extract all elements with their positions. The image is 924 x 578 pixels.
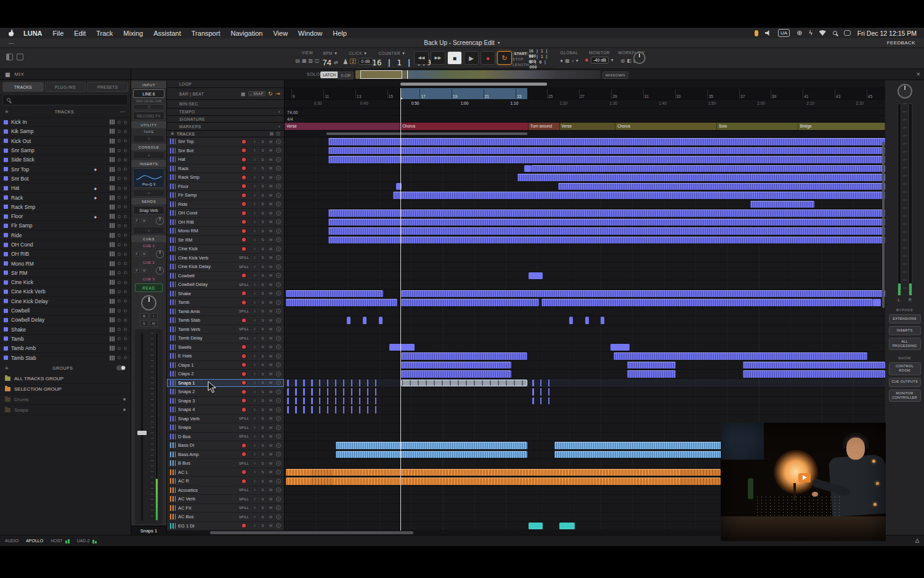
input-button[interactable]: I: [150, 313, 158, 319]
length-label[interactable]: LENGTH: [513, 63, 530, 67]
monitor-icon[interactable]: [276, 487, 281, 492]
sidebar-track-item[interactable]: Kick Out: [0, 137, 131, 146]
ua-badge-icon[interactable]: UA: [778, 29, 790, 37]
audio-clip[interactable]: [336, 442, 527, 449]
i-button[interactable]: I: [252, 274, 257, 277]
timeline-track-header[interactable]: Cowbell DelaySPILLISM: [167, 280, 285, 290]
audio-clip[interactable]: [286, 478, 721, 485]
sidebar-track-item[interactable]: Snr Bot: [0, 174, 131, 184]
selected-audio-clip[interactable]: [401, 380, 527, 387]
m-button[interactable]: M: [268, 247, 274, 251]
i-button[interactable]: I: [252, 202, 257, 206]
record-arm-button[interactable]: [242, 452, 246, 456]
timeline-track-lane[interactable]: [285, 379, 885, 388]
apple-logo[interactable]: [7, 29, 15, 37]
timeline-track-lane[interactable]: [285, 352, 885, 361]
i-button[interactable]: I: [252, 238, 257, 242]
audio-clip[interactable]: [287, 388, 383, 396]
timeline-track-header[interactable]: Snap VerbSPILLISM: [167, 415, 285, 424]
timeline-track-header[interactable]: Snaps 1ISM: [167, 379, 285, 388]
grid-icon[interactable]: ▦: [241, 91, 246, 97]
timeline-track-header[interactable]: Snr BotISM: [167, 147, 285, 156]
audio-clip[interactable]: [336, 451, 527, 458]
timeline-track-header[interactable]: Bass AmpISM: [167, 450, 285, 460]
s-button[interactable]: S: [260, 247, 265, 251]
sidebar-group-item[interactable]: Drums: [0, 394, 131, 405]
audio-clip[interactable]: [517, 174, 885, 181]
all-processing-button[interactable]: ALL PROCESSING: [889, 338, 921, 350]
automation-read-button[interactable]: READ: [135, 283, 163, 292]
rewind-button[interactable]: ◀◀: [414, 51, 429, 65]
i-button[interactable]: I: [252, 462, 257, 465]
sidebar-group-item[interactable]: Snaps: [0, 405, 131, 415]
feedback-link[interactable]: FEEDBACK: [887, 40, 915, 46]
s-button[interactable]: S: [260, 354, 265, 358]
monitor-icon[interactable]: [276, 139, 281, 144]
menu-assistant[interactable]: Assistant: [153, 30, 181, 37]
timeline-track-header[interactable]: D BusSPILLISM: [167, 433, 285, 442]
start-label[interactable]: START: [513, 52, 529, 55]
auto-scroll-icon[interactable]: ⇥: [275, 91, 280, 97]
audio-clip[interactable]: [401, 290, 885, 298]
battery-icon[interactable]: ϟ: [809, 30, 812, 36]
m-button[interactable]: M: [268, 399, 274, 402]
overview-minimap[interactable]: [355, 70, 601, 79]
add-track-button[interactable]: +: [5, 108, 9, 115]
xor-button[interactable]: X-OR: [338, 71, 354, 79]
spill-button[interactable]: SPILL: [239, 283, 249, 287]
audio-clip[interactable]: [529, 523, 543, 530]
wifi-icon[interactable]: [819, 30, 826, 36]
audio-clip[interactable]: [328, 237, 885, 244]
fader-handle[interactable]: [137, 431, 147, 435]
monitor-icon[interactable]: [276, 211, 281, 216]
record-arm-button[interactable]: [242, 149, 246, 152]
audio-clip[interactable]: [569, 317, 573, 324]
timeline-track-lane[interactable]: [285, 263, 885, 272]
m-button[interactable]: M: [268, 354, 274, 358]
monitor-knob[interactable]: [898, 84, 912, 99]
view-grid-icon[interactable]: ▦: [302, 58, 307, 63]
monitor-icon[interactable]: [276, 237, 281, 242]
groups-toggle[interactable]: [116, 365, 126, 370]
m-button[interactable]: M: [268, 327, 274, 331]
global-grid-icon[interactable]: ▦: [565, 58, 570, 63]
timeline-track-lane[interactable]: [285, 227, 885, 236]
audio-clip[interactable]: [347, 317, 351, 324]
timeline-track-header[interactable]: AcousticsSPILLISM: [167, 486, 285, 495]
i-button[interactable]: I: [252, 470, 257, 474]
tap-tempo-icon[interactable]: ⇄: [334, 60, 338, 65]
s-button[interactable]: S: [260, 470, 265, 474]
monitor-level[interactable]: -40 dB: [591, 57, 609, 63]
m-button[interactable]: M: [268, 220, 274, 224]
chevron-down-icon[interactable]: ▾: [611, 57, 614, 63]
timeline-track-header[interactable]: Tamb StabISM: [167, 316, 285, 325]
audio-clip[interactable]: [614, 352, 867, 360]
cue-1-mute-button[interactable]: M: [141, 251, 147, 256]
right-panel-icon[interactable]: [17, 54, 23, 60]
record-arm-button[interactable]: [242, 372, 246, 376]
timeline-track-header[interactable]: AC FXSPILLISM: [167, 504, 285, 513]
track-height-icon[interactable]: ▤: [270, 131, 274, 136]
marker-verse[interactable]: Verse: [560, 123, 616, 130]
tracks-view-icon[interactable]: ▦: [5, 71, 10, 78]
i-button[interactable]: I: [252, 426, 257, 429]
m-button[interactable]: M: [268, 390, 274, 394]
cue-2-label[interactable]: CUE 2: [131, 261, 166, 264]
s-button[interactable]: S: [260, 184, 265, 188]
s-button[interactable]: S: [260, 283, 265, 287]
timeline-track-header[interactable]: SwellsISM: [167, 343, 285, 352]
menu-transport[interactable]: Transport: [192, 30, 221, 37]
m-button[interactable]: M: [268, 176, 274, 179]
cue-2-level-knob[interactable]: [156, 267, 164, 275]
cue-2-pre-button[interactable]: P: [134, 268, 140, 273]
s-button[interactable]: S: [260, 479, 265, 483]
sidebar-track-item[interactable]: Tamb Stab: [0, 353, 131, 362]
timeline-track-header[interactable]: EG 1 DIISM: [167, 522, 285, 531]
m-button[interactable]: M: [268, 309, 274, 313]
s-button[interactable]: S: [260, 238, 265, 242]
i-button[interactable]: I: [252, 345, 257, 349]
spill-button[interactable]: SPILL: [239, 515, 249, 519]
monitor-icon[interactable]: [276, 470, 281, 474]
i-button[interactable]: I: [252, 309, 257, 313]
s-button[interactable]: S: [260, 345, 265, 349]
